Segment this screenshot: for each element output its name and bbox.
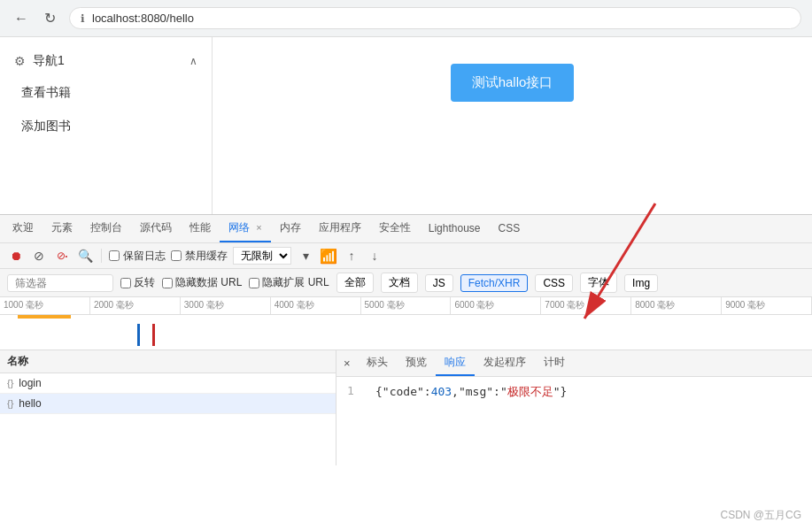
url-text: localhost:8080/hello — [92, 12, 194, 25]
refresh-button[interactable]: ↻ — [39, 8, 60, 29]
sidebar-item-add-book[interactable]: 添加图书 — [0, 110, 212, 143]
line-number: 1 — [347, 384, 365, 400]
invert-checkbox[interactable] — [120, 278, 131, 288]
tick-7000: 7000 毫秒 — [541, 297, 631, 314]
filter-bar: 反转 隐藏数据 URL 隐藏扩展 URL 全部 文档 JS Fetch/XHR … — [0, 269, 812, 297]
response-close-button[interactable]: × — [344, 357, 351, 370]
devtools-tabs-bar: 欢迎 元素 控制台 源代码 性能 网络 × 内存 应用程序 安全性 Lighth… — [0, 215, 812, 243]
filter-fetch-xhr-button[interactable]: Fetch/XHR — [460, 274, 529, 292]
response-json: {"code":403,"msg":"极限不足"} — [375, 384, 567, 400]
request-icon-hello: {} — [7, 398, 13, 409]
preserve-log-checkbox[interactable] — [109, 250, 120, 261]
filter-all-button[interactable]: 全部 — [336, 273, 374, 293]
throttle-select[interactable]: 无限制 — [233, 247, 291, 265]
tab-console[interactable]: 控制台 — [81, 215, 131, 242]
response-content: 1 {"code":403,"msg":"极限不足"} — [336, 377, 812, 407]
response-tab-response[interactable]: 响应 — [436, 350, 475, 376]
nav-buttons: ← ↻ — [11, 8, 60, 29]
json-prefix: {"code": — [375, 385, 431, 398]
back-button[interactable]: ← — [11, 8, 32, 29]
page-area: ⚙ 导航1 ∧ 查看书籍 添加图书 测试hallo接口 — [0, 37, 812, 214]
request-item-hello[interactable]: {} hello — [0, 394, 336, 414]
timeline-ruler: 1000 毫秒 2000 毫秒 3000 毫秒 4000 毫秒 5000 毫秒 … — [0, 297, 812, 315]
tick-2000: 2000 毫秒 — [90, 297, 181, 314]
hide-ext-url-label[interactable]: 隐藏扩展 URL — [249, 275, 329, 290]
tab-elements[interactable]: 元素 — [43, 215, 81, 242]
hide-ext-url-checkbox[interactable] — [249, 278, 259, 288]
hide-data-url-checkbox[interactable] — [162, 278, 173, 288]
response-panel: × 标头 预览 响应 发起程序 计时 1 {"code":403,"msg":"… — [336, 350, 812, 465]
timeline-bar-yellow — [18, 315, 71, 319]
json-suffix: "} — [553, 385, 568, 398]
tab-welcome[interactable]: 欢迎 — [4, 215, 43, 242]
toolbar-divider-1 — [101, 249, 102, 263]
tick-6000: 6000 毫秒 — [451, 297, 541, 314]
download-button[interactable]: ↓ — [366, 247, 383, 265]
tab-lighthouse[interactable]: Lighthouse — [420, 217, 490, 242]
throttle-arrow[interactable]: ▾ — [297, 247, 314, 265]
tick-4000: 4000 毫秒 — [271, 297, 361, 314]
network-bottom: 名称 {} login {} hello × 标头 预览 响应 发起程序 计时 … — [0, 350, 812, 465]
tick-3000: 3000 毫秒 — [181, 297, 271, 314]
request-list-header: 名称 — [0, 350, 336, 373]
tick-8000: 8000 毫秒 — [631, 297, 722, 314]
filter-css-button[interactable]: CSS — [535, 274, 573, 292]
timeline: 1000 毫秒 2000 毫秒 3000 毫秒 4000 毫秒 5000 毫秒 … — [0, 297, 812, 350]
request-item-login[interactable]: {} login — [0, 373, 336, 394]
json-middle: ,"msg":" — [452, 385, 507, 398]
tab-network-close[interactable]: × — [256, 222, 261, 233]
info-icon: ℹ — [81, 12, 85, 25]
filter-img-button[interactable]: Img — [624, 274, 658, 292]
tick-9000: 9000 毫秒 — [722, 297, 812, 314]
preserve-log-label[interactable]: 保留日志 — [109, 249, 166, 264]
invert-label[interactable]: 反转 — [120, 275, 155, 290]
disable-cache-checkbox[interactable] — [171, 250, 182, 261]
sidebar-nav-title: ⚙ 导航1 — [14, 53, 65, 69]
devtools: 欢迎 元素 控制台 源代码 性能 网络 × 内存 应用程序 安全性 Lighth… — [0, 214, 812, 465]
filter-doc-button[interactable]: 文档 — [381, 273, 418, 293]
tab-network[interactable]: 网络 × — [220, 215, 271, 242]
search-button[interactable]: 🔍 — [76, 247, 94, 265]
timeline-bar-blue — [137, 324, 140, 346]
clear-button[interactable]: ⊘ — [30, 247, 48, 265]
browser-chrome: ← ↻ ℹ localhost:8080/hello — [0, 0, 812, 37]
error-button[interactable]: ⊘• — [53, 247, 71, 265]
request-icon-login: {} — [7, 378, 13, 388]
tab-sources[interactable]: 源代码 — [131, 215, 181, 242]
wifi-icon: 📶 — [320, 248, 337, 265]
filter-input[interactable] — [7, 274, 113, 292]
sidebar-nav-label: 导航1 — [33, 53, 65, 69]
address-bar[interactable]: ℹ localhost:8080/hello — [69, 7, 801, 29]
response-tab-headers[interactable]: 标头 — [358, 350, 397, 376]
tab-performance[interactable]: 性能 — [181, 215, 220, 242]
request-name-hello: hello — [19, 397, 41, 410]
disable-cache-label[interactable]: 禁用缓存 — [171, 249, 228, 264]
devtools-toolbar: ⏺ ⊘ ⊘• 🔍 保留日志 禁用缓存 无限制 ▾ 📶 ↑ ↓ — [0, 243, 812, 269]
filter-font-button[interactable]: 字体 — [580, 273, 617, 293]
sidebar-item-books[interactable]: 查看书籍 — [0, 76, 212, 110]
tab-application[interactable]: 应用程序 — [310, 215, 370, 242]
tick-1000: 1000 毫秒 — [0, 297, 90, 314]
sidebar-nav-header[interactable]: ⚙ 导航1 ∧ — [0, 46, 212, 76]
main-content: 测试hallo接口 — [213, 37, 812, 214]
tab-memory[interactable]: 内存 — [271, 215, 310, 242]
timeline-bar-red — [152, 324, 155, 346]
request-name-login: login — [19, 377, 41, 389]
filter-js-button[interactable]: JS — [425, 274, 453, 292]
record-button[interactable]: ⏺ — [7, 247, 25, 265]
request-list: 名称 {} login {} hello — [0, 350, 336, 465]
hide-data-url-label[interactable]: 隐藏数据 URL — [162, 275, 242, 290]
response-tabs: × 标头 预览 响应 发起程序 计时 — [336, 350, 812, 377]
test-hello-button[interactable]: 测试hallo接口 — [451, 64, 575, 102]
sidebar: ⚙ 导航1 ∧ 查看书籍 添加图书 — [0, 37, 213, 214]
chevron-up-icon: ∧ — [189, 55, 197, 67]
gear-icon: ⚙ — [14, 54, 26, 68]
tab-css[interactable]: CSS — [490, 217, 530, 242]
response-tab-timing[interactable]: 计时 — [535, 350, 574, 376]
response-tab-preview[interactable]: 预览 — [397, 350, 436, 376]
tab-security[interactable]: 安全性 — [370, 215, 420, 242]
response-tab-initiator[interactable]: 发起程序 — [475, 350, 535, 376]
json-code-num: 403 — [431, 385, 452, 398]
tick-5000: 5000 毫秒 — [361, 297, 452, 314]
upload-button[interactable]: ↑ — [343, 247, 360, 265]
